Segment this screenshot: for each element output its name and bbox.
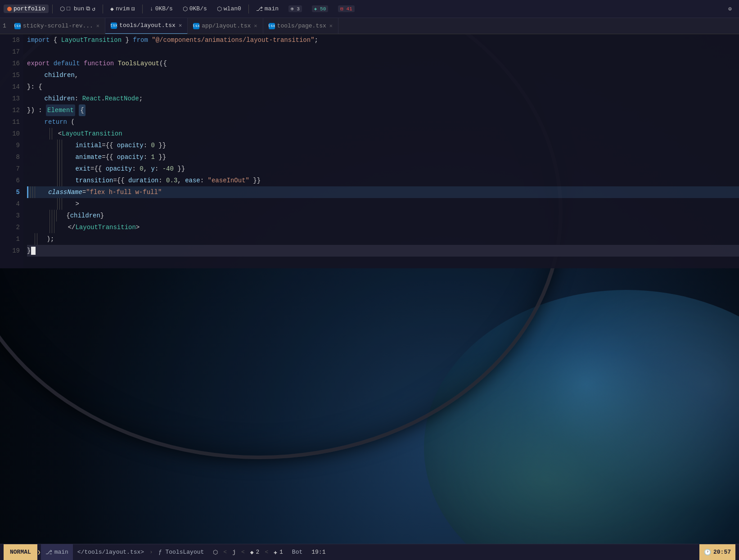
topbar-ul-speed: ⬡ 0KB/s [179, 5, 211, 14]
topbar-separator-2 [103, 5, 103, 14]
code-line-17 [27, 46, 739, 58]
topbar-branch[interactable]: ⎇ main [252, 5, 282, 14]
nav3-count: 1 [279, 549, 283, 555]
status-sep-1: › [149, 549, 153, 555]
status-function: ƒ ToolsLayout [154, 544, 208, 560]
tab-close-app-layout[interactable]: ✕ [254, 23, 257, 29]
tab-label-tools-layout: tools/layout.tsx [119, 22, 176, 29]
code-line-10: < LayoutTransition [27, 128, 739, 140]
clock-icon: 🕐 [704, 549, 711, 556]
code-line-14: }: { [27, 81, 739, 93]
status-mode: NORMAL [4, 544, 37, 560]
tab-close-tools-layout[interactable]: ✕ [179, 22, 182, 29]
topbar-nvim[interactable]: ◆ nvim ⊡ [107, 5, 139, 14]
code-line-13: children : React . ReactNode ; [27, 93, 739, 104]
status-time: 🕐 20:57 [699, 544, 735, 560]
topbar-deletions: ⊟ 41 [334, 5, 358, 13]
tab-nav-prev[interactable]: 1 [0, 23, 9, 29]
deletions-badge: ⊟ 41 [338, 5, 354, 12]
bun-copy-icon: ⧉ [86, 5, 90, 12]
github-icon: ⊙ [728, 5, 732, 13]
nav2-count: 2 [256, 549, 260, 555]
tab-icon-app-layout: tsx [193, 23, 199, 29]
branch-icon-status: ⎇ [45, 549, 52, 556]
path-label: </tools/layout.tsx> [77, 549, 144, 555]
topbar-separator-1 [52, 5, 53, 14]
issue-badge: ⊕ 3 [288, 5, 302, 12]
project-label: portfolio [14, 5, 45, 12]
tab-tools-layout[interactable]: tsx tools/layout.tsx ✕ [105, 18, 188, 34]
tab-sticky-scroll[interactable]: tsx sticky-scroll-rev... ✕ [9, 18, 105, 34]
status-lang: ⬡ [208, 544, 222, 560]
topbar-separator-4 [248, 5, 249, 14]
mode-label: NORMAL [10, 549, 31, 555]
cursor-pos-label: 19:1 [311, 549, 325, 555]
topbar-network: ⬡ wlan0 [213, 5, 245, 14]
topbar-additions: ✚ 50 [308, 5, 332, 13]
status-sep-4: < [265, 549, 268, 555]
tab-app-layout[interactable]: tsx app/layout.tsx ✕ [188, 18, 263, 34]
code-line-5: className = "flex h-full w-full" [27, 186, 739, 198]
time-label: 20:57 [713, 549, 731, 555]
network-label: wlan0 [224, 5, 241, 12]
nav-j-label: j [232, 549, 236, 555]
ul-icon: ⬡ [183, 5, 188, 13]
project-indicator[interactable]: portfolio [4, 5, 49, 13]
code-line-18: import { LayoutTransition } from "@/comp… [27, 34, 739, 46]
code-line-4: > [27, 198, 739, 210]
status-nav-j: j [228, 544, 240, 560]
topbar-issues: ⊕ 3 [285, 5, 306, 13]
code-line-15: children , [27, 69, 739, 81]
branch-icon: ⎇ [256, 5, 263, 13]
tabs-bar: 1 tsx sticky-scroll-rev... ✕ tsx tools/l… [0, 18, 739, 34]
tab-icon-tools-layout: tsx [111, 23, 117, 29]
code-content: import { LayoutTransition } from "@/comp… [23, 34, 739, 268]
project-dot [7, 7, 12, 11]
code-line-1: ); [27, 233, 739, 245]
tab-close-sticky[interactable]: ✕ [96, 23, 99, 29]
code-line-7: exit ={{ opacity : 0 , y : -40 }} [27, 163, 739, 175]
topbar: portfolio ⬡ □ bun ⧉ ↺ ◆ nvim ⊡ ↓ 0KB/s ⬡… [0, 0, 739, 18]
editor-cursor [31, 247, 36, 255]
kw-import: import [27, 34, 50, 46]
tab-tools-page[interactable]: tsx tools/page.tsx ✕ [263, 18, 338, 34]
code-line-2: </ LayoutTransition > [27, 221, 739, 233]
bun-refresh-icon: ↺ [92, 5, 95, 13]
nav3-icon: ✚ [274, 549, 277, 556]
bun-icon: ⬡ [60, 5, 65, 13]
topbar-dl-speed: ↓ 0KB/s [146, 5, 176, 13]
topbar-github[interactable]: ⊙ [725, 5, 735, 14]
status-nav-3: ✚ 1 [269, 544, 288, 560]
line-numbers: 18 17 16 15 14 13 12 11 10 9 8 7 6 5 4 3… [0, 34, 23, 268]
code-line-6: transition ={{ duration : 0.3 , ease : "… [27, 175, 739, 186]
code-line-12: }) : Element { [27, 104, 739, 116]
status-sep-3: < [241, 549, 245, 555]
code-line-16: export default function ToolsLayout ({ [27, 58, 739, 69]
code-line-19: } [27, 245, 739, 257]
additions-badge: ✚ 50 [312, 5, 328, 12]
ul-speed: 0KB/s [189, 5, 207, 12]
status-path: </tools/layout.tsx> [73, 544, 149, 560]
editor-container: portfolio ⬡ □ bun ⧉ ↺ ◆ nvim ⊡ ↓ 0KB/s ⬡… [0, 0, 739, 268]
tab-close-tools-page[interactable]: ✕ [329, 23, 333, 29]
status-position: Bot [288, 544, 307, 560]
topbar-separator-3 [142, 5, 143, 14]
dl-speed: 0KB/s [155, 5, 173, 12]
func-label: ƒ ToolsLayout [158, 549, 204, 555]
nav2-icon: ◆ [250, 549, 254, 556]
topbar-bun[interactable]: ⬡ □ bun ⧉ ↺ [56, 5, 99, 14]
tab-label-app-layout: app/layout.tsx [202, 23, 251, 29]
tab-label-tools-page: tools/page.tsx [277, 23, 326, 29]
status-sep-2: < [223, 549, 227, 555]
statusbar: NORMAL ❯ ⎇ main </tools/layout.tsx> › ƒ … [0, 544, 739, 560]
status-nav-2: ◆ 2 [246, 544, 264, 560]
editor-area: 18 17 16 15 14 13 12 11 10 9 8 7 6 5 4 3… [0, 34, 739, 268]
nvim-label: nvim [116, 5, 130, 12]
code-line-8: animate ={{ opacity : 1 }} [27, 151, 739, 163]
nvim-icon: ◆ [110, 5, 114, 13]
tab-icon-tools-page: tsx [269, 23, 275, 29]
prev-icon: 1 [3, 23, 6, 29]
code-line-9: initial ={{ opacity : 0 }} [27, 140, 739, 151]
status-branch: ⎇ main [41, 544, 73, 560]
branch-label: main [265, 5, 279, 12]
